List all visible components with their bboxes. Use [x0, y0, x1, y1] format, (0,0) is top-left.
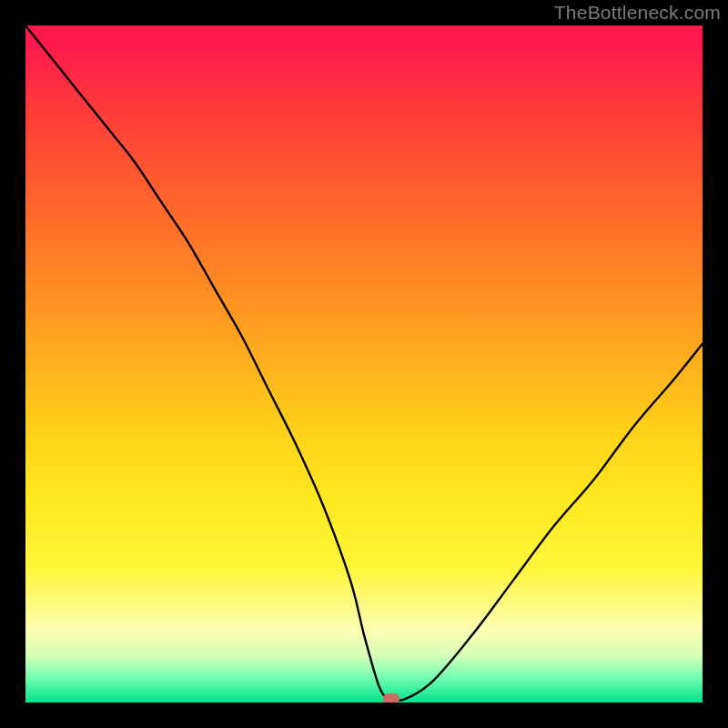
optimal-point-marker — [383, 693, 399, 703]
chart-frame: TheBottleneck.com — [0, 0, 728, 728]
watermark-text: TheBottleneck.com — [554, 2, 721, 24]
plot-area — [25, 25, 703, 703]
bottleneck-curve — [25, 25, 703, 703]
